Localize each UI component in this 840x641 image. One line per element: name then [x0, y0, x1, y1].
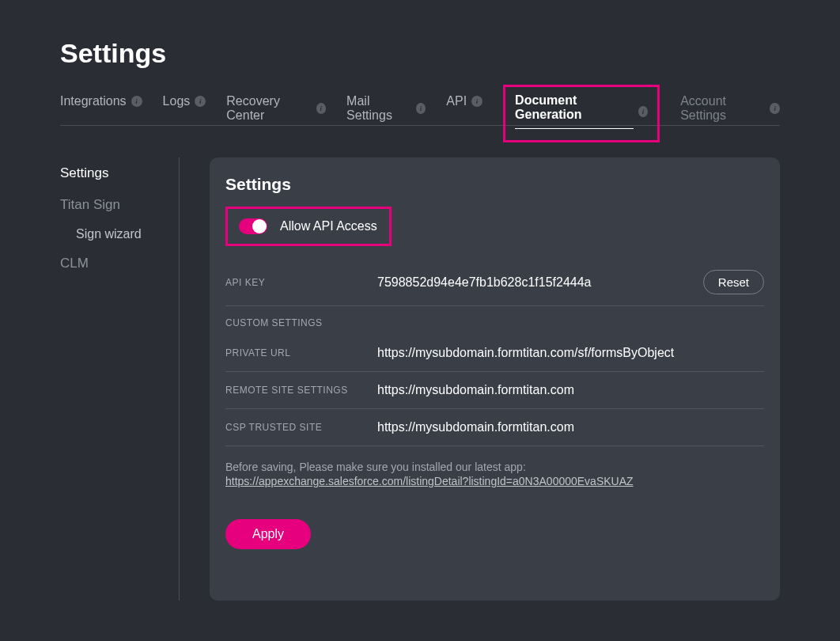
divider	[179, 157, 180, 601]
csp-trusted-row: CSP TRUSTED SITE https://mysubdomain.for…	[225, 409, 764, 446]
tab-api[interactable]: API i	[446, 89, 482, 123]
api-key-value: 7598852d94e4e7fb1b628c1f15f2444a	[377, 275, 703, 290]
sidebar-item-settings[interactable]: Settings	[60, 157, 179, 189]
panel-title: Settings	[225, 175, 764, 194]
sidebar: Settings Titan Sign Sign wizard CLM	[60, 157, 179, 601]
tab-integrations-label: Integrations	[60, 94, 127, 108]
csp-trusted-value[interactable]: https://mysubdomain.formtitan.com	[377, 420, 764, 434]
info-icon[interactable]: i	[131, 96, 142, 107]
tab-account-settings[interactable]: Account Settings i	[680, 89, 780, 137]
tab-mail-settings[interactable]: Mail Settings i	[346, 89, 426, 137]
sidebar-list: Settings Titan Sign Sign wizard CLM	[60, 157, 179, 279]
body: Settings Titan Sign Sign wizard CLM Sett…	[0, 126, 840, 601]
info-icon[interactable]: i	[316, 103, 327, 114]
allow-api-access-toggle[interactable]	[239, 218, 267, 234]
api-key-label: API KEY	[225, 277, 377, 288]
remote-site-value[interactable]: https://mysubdomain.formtitan.com	[377, 383, 764, 397]
settings-page: Settings Integrations i Logs i Recovery …	[0, 0, 840, 601]
remote-site-label: REMOTE SITE SETTINGS	[225, 385, 377, 396]
reset-button[interactable]: Reset	[703, 270, 764, 294]
sidebar-item-titan-sign[interactable]: Titan Sign	[60, 189, 179, 221]
info-icon[interactable]: i	[195, 96, 206, 107]
tab-mail-settings-label: Mail Settings	[346, 94, 411, 123]
apply-button[interactable]: Apply	[225, 519, 311, 549]
tab-document-generation[interactable]: Document Generation i	[503, 85, 660, 142]
tab-recovery-center[interactable]: Recovery Center i	[226, 89, 326, 137]
private-url-label: PRIVATE URL	[225, 347, 377, 358]
tab-logs-label: Logs	[163, 94, 191, 108]
page-title: Settings	[60, 38, 780, 69]
tab-logs[interactable]: Logs i	[163, 89, 206, 123]
tabs-bar: Integrations i Logs i Recovery Center i …	[60, 89, 780, 126]
info-icon[interactable]: i	[416, 103, 426, 114]
header: Settings Integrations i Logs i Recovery …	[0, 0, 840, 126]
sidebar-item-clm[interactable]: CLM	[60, 248, 179, 279]
appexchange-link[interactable]: https://appexchange.salesforce.com/listi…	[225, 475, 764, 487]
install-note: Before saving, Please make sure you inst…	[225, 461, 764, 487]
tab-integrations[interactable]: Integrations i	[60, 89, 142, 123]
remote-site-row: REMOTE SITE SETTINGS https://mysubdomain…	[225, 372, 764, 409]
api-key-row: API KEY 7598852d94e4e7fb1b628c1f15f2444a…	[225, 259, 764, 306]
info-icon[interactable]: i	[770, 103, 780, 114]
tab-api-label: API	[446, 94, 467, 108]
allow-api-access-toggle-box: Allow API Access	[225, 207, 392, 246]
install-note-text: Before saving, Please make sure you inst…	[225, 461, 526, 473]
info-icon[interactable]: i	[638, 106, 649, 117]
csp-trusted-label: CSP TRUSTED SITE	[225, 422, 377, 433]
tab-document-generation-label: Document Generation	[515, 93, 634, 129]
sidebar-item-sign-wizard[interactable]: Sign wizard	[60, 221, 179, 248]
private-url-value[interactable]: https://mysubdomain.formtitan.com/sf/for…	[377, 346, 764, 360]
settings-panel: Settings Allow API Access API KEY 759885…	[210, 157, 780, 601]
private-url-row: PRIVATE URL https://mysubdomain.formtita…	[225, 335, 764, 372]
allow-api-access-label: Allow API Access	[280, 219, 377, 233]
custom-settings-label: CUSTOM SETTINGS	[225, 306, 377, 335]
tab-recovery-center-label: Recovery Center	[226, 94, 311, 123]
info-icon[interactable]: i	[471, 96, 482, 107]
tab-account-settings-label: Account Settings	[680, 94, 765, 123]
